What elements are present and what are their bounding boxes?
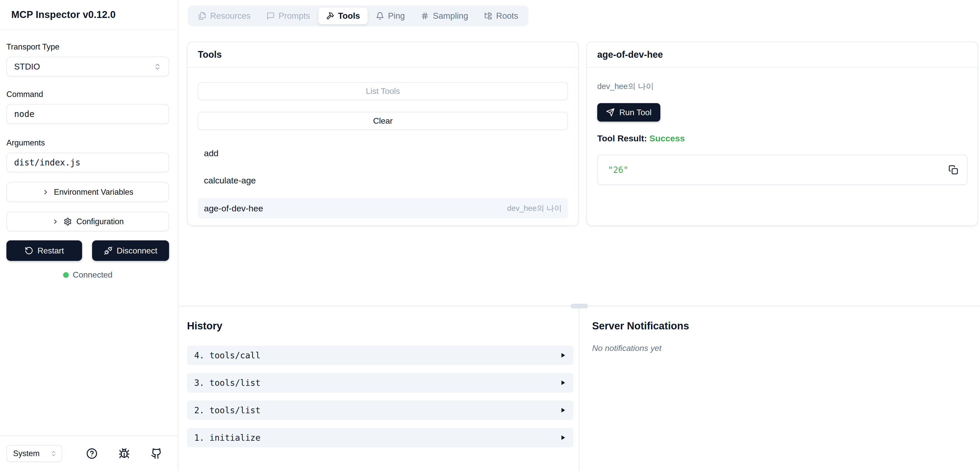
- tools-list-card: Tools List Tools Clear add calculate-age…: [187, 41, 579, 226]
- expand-play-icon: [560, 379, 566, 386]
- bug-icon[interactable]: [119, 448, 130, 459]
- sidebar-footer: System: [0, 436, 178, 471]
- tab-sampling[interactable]: Sampling: [413, 8, 476, 24]
- history-entry: 3. tools/list: [194, 378, 260, 388]
- run-tool-button[interactable]: Run Tool: [597, 103, 660, 122]
- tab-label: Ping: [388, 11, 405, 21]
- tool-name: add: [204, 148, 219, 158]
- tool-row-calculate-age[interactable]: calculate-age: [198, 171, 568, 190]
- clear-button[interactable]: Clear: [198, 112, 568, 130]
- sidebar: MCP Inspector v0.12.0 Transport Type STD…: [0, 0, 178, 471]
- send-icon: [606, 108, 615, 117]
- history-entry: 2. tools/list: [194, 405, 260, 415]
- folder-tree-icon: [484, 12, 492, 20]
- tool-result-box: "26": [597, 155, 967, 185]
- tools-section: Tools List Tools Clear add calculate-age…: [187, 41, 978, 226]
- tool-detail-header: age-of-dev-hee: [587, 42, 978, 68]
- run-tool-label: Run Tool: [619, 108, 652, 117]
- github-icon[interactable]: [151, 448, 162, 459]
- tool-name: calculate-age: [204, 175, 256, 186]
- tab-roots[interactable]: Roots: [476, 8, 526, 24]
- sidebar-header: MCP Inspector v0.12.0: [0, 0, 178, 30]
- restart-label: Restart: [37, 246, 64, 256]
- tab-resources[interactable]: Resources: [190, 8, 258, 24]
- tool-result-status: Success: [649, 134, 685, 143]
- hash-icon: [421, 12, 429, 20]
- environment-variables-label: Environment Variables: [54, 188, 134, 197]
- command-input[interactable]: node: [6, 104, 169, 124]
- transport-type-select[interactable]: STDIO: [6, 57, 169, 76]
- configuration-label: Configuration: [76, 217, 124, 226]
- tab-tools[interactable]: Tools: [318, 8, 368, 24]
- history-row[interactable]: 4. tools/call: [187, 345, 573, 365]
- theme-select[interactable]: System: [6, 445, 62, 462]
- history-rows: 4. tools/call 3. tools/list 2. tools/lis…: [187, 345, 573, 447]
- chevrons-up-down-icon: [50, 450, 57, 457]
- history-row[interactable]: 1. initialize: [187, 428, 573, 447]
- tool-detail-body: dev_hee의 나이 Run Tool Tool Result: Succes…: [587, 68, 978, 195]
- arguments-input[interactable]: dist/index.js: [6, 153, 169, 172]
- expand-play-icon: [560, 352, 566, 359]
- restart-button[interactable]: Restart: [6, 240, 82, 261]
- tool-detail-title: age-of-dev-hee: [597, 49, 663, 60]
- tool-detail-description: dev_hee의 나이: [597, 81, 967, 92]
- main-tabbar: Resources Prompts Tools Ping Sampling Ro…: [188, 5, 528, 26]
- history-row[interactable]: 3. tools/list: [187, 373, 573, 393]
- tools-card-body: List Tools Clear add calculate-age age-o…: [188, 68, 578, 226]
- app-title: MCP Inspector v0.12.0: [11, 9, 116, 20]
- tool-result-line: Tool Result: Success: [597, 134, 967, 143]
- arguments-label: Arguments: [6, 138, 169, 148]
- tab-label: Resources: [210, 11, 251, 21]
- tab-label: Sampling: [433, 11, 468, 21]
- tab-ping[interactable]: Ping: [368, 8, 412, 24]
- tool-name: age-of-dev-hee: [204, 204, 263, 213]
- bell-icon: [376, 12, 384, 20]
- expand-play-icon: [560, 434, 566, 441]
- tools-card-header: Tools: [188, 42, 578, 68]
- tool-list: add calculate-age age-of-dev-hee dev_hee…: [198, 144, 568, 218]
- connection-buttons: Restart Disconnect: [6, 240, 169, 261]
- command-value: node: [14, 109, 34, 119]
- bottom-panes: History 4. tools/call 3. tools/list 2. t…: [179, 306, 980, 471]
- tool-row-add[interactable]: add: [198, 144, 568, 163]
- help-circle-icon[interactable]: [86, 448, 97, 459]
- tab-prompts[interactable]: Prompts: [259, 8, 318, 24]
- split-resize-handle[interactable]: [571, 304, 588, 308]
- server-notifications-pane: Server Notifications No notifications ye…: [579, 306, 980, 471]
- tool-description: dev_hee의 나이: [507, 203, 562, 214]
- rotate-ccw-icon: [25, 246, 33, 255]
- chevrons-up-down-icon: [154, 63, 161, 70]
- chevron-right-icon: [52, 218, 59, 225]
- tool-detail-card: age-of-dev-hee dev_hee의 나이 Run Tool Tool…: [587, 41, 978, 226]
- tab-label: Roots: [496, 11, 518, 21]
- connection-status: Connected: [6, 270, 169, 280]
- tab-label: Tools: [338, 11, 360, 21]
- disconnect-button[interactable]: Disconnect: [92, 240, 169, 261]
- history-pane: History 4. tools/call 3. tools/list 2. t…: [179, 306, 579, 471]
- list-tools-button[interactable]: List Tools: [198, 82, 568, 100]
- history-entry: 1. initialize: [194, 433, 260, 443]
- connection-settings: Transport Type STDIO Command node Argume…: [0, 30, 178, 280]
- expand-play-icon: [560, 407, 566, 414]
- footer-icons: [86, 448, 162, 459]
- chevron-right-icon: [42, 189, 49, 196]
- copy-icon[interactable]: [947, 164, 959, 176]
- theme-value: System: [13, 449, 40, 458]
- configuration-expander[interactable]: Configuration: [6, 212, 169, 231]
- gear-icon: [64, 218, 72, 226]
- server-notifications-title: Server Notifications: [592, 320, 980, 332]
- history-title: History: [187, 320, 573, 332]
- command-label: Command: [6, 90, 169, 99]
- environment-variables-expander[interactable]: Environment Variables: [6, 182, 169, 202]
- history-entry: 4. tools/call: [194, 350, 260, 360]
- transport-type-value: STDIO: [14, 62, 40, 72]
- notifications-empty-text: No notifications yet: [592, 344, 980, 353]
- unplug-icon: [104, 246, 113, 255]
- arguments-value: dist/index.js: [14, 158, 80, 167]
- tab-label: Prompts: [278, 11, 310, 21]
- history-row[interactable]: 2. tools/list: [187, 401, 573, 420]
- tool-result-value: "26": [608, 165, 628, 175]
- tool-row-age-of-dev-hee[interactable]: age-of-dev-hee dev_hee의 나이: [198, 198, 568, 218]
- tool-result-label: Tool Result:: [597, 134, 647, 143]
- hammer-icon: [326, 12, 334, 20]
